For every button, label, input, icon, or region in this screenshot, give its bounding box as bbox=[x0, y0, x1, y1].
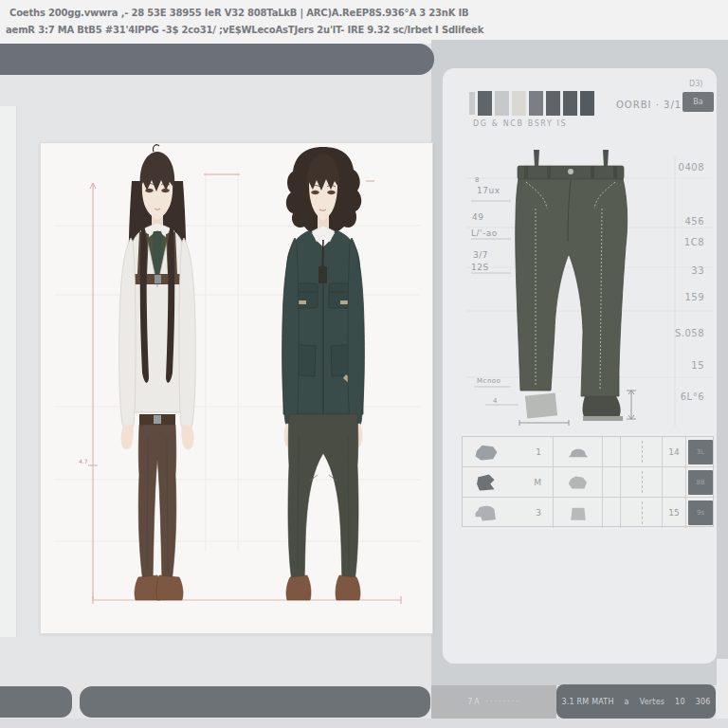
right-hand bbox=[181, 425, 193, 449]
part-thumb-cell[interactable] bbox=[554, 498, 603, 528]
pants-garment bbox=[516, 178, 628, 396]
right-sleeve bbox=[179, 238, 195, 430]
measure-label-1a: 8 bbox=[475, 176, 480, 184]
measure-value-4: 33 bbox=[661, 265, 704, 276]
chest-pocket-right bbox=[329, 283, 350, 308]
palette-caption: DG & NCB BSRY IS bbox=[473, 119, 567, 128]
harness-buckle bbox=[155, 275, 161, 283]
palette-swatch-3[interactable] bbox=[512, 91, 526, 116]
empty-cell bbox=[603, 437, 621, 467]
character-left-girl[interactable] bbox=[119, 145, 196, 600]
part-thumb-cell[interactable]: 1 bbox=[463, 437, 554, 467]
measure-value-3: 1C8 bbox=[661, 237, 704, 247]
header-text-line-1: Coeths 200gg.vwwra ,- 28 53E 38955 IeR V… bbox=[9, 6, 468, 20]
palette-swatch-7[interactable] bbox=[580, 91, 594, 116]
part-qty: 15 bbox=[668, 508, 679, 518]
panel-action-button[interactable]: Ba bbox=[682, 92, 714, 112]
part-thumb-cell[interactable]: M bbox=[463, 467, 554, 498]
belt-buckle bbox=[154, 415, 161, 424]
part-count: M bbox=[534, 478, 541, 487]
footer-toolbar-left[interactable] bbox=[0, 686, 72, 718]
part-count: 3 bbox=[536, 508, 541, 518]
footer-shade bbox=[0, 719, 728, 728]
measure-label-5: 4 bbox=[493, 397, 498, 405]
ahoge bbox=[154, 145, 159, 152]
previous-page-edge[interactable] bbox=[0, 106, 17, 637]
measure-value-7: 15 bbox=[661, 360, 704, 371]
left-hand bbox=[121, 425, 134, 449]
empty-cell bbox=[603, 498, 621, 528]
palette-swatch-4[interactable] bbox=[529, 91, 543, 116]
empty-cell bbox=[603, 467, 621, 498]
footer-status-dark[interactable]: 3.1 RM MATH a Vertes 10 306 bbox=[556, 684, 716, 719]
canvas-gridlines bbox=[54, 172, 420, 551]
pants-brown bbox=[138, 425, 176, 582]
measure-value-8: 6L°6 bbox=[661, 391, 704, 402]
part-piece-icon bbox=[566, 474, 591, 491]
doc-reference: OORBI · 3/12 bbox=[616, 100, 689, 110]
part-code-button[interactable]: 3L bbox=[688, 440, 713, 464]
measure-label-3a: 3/7 bbox=[473, 250, 488, 260]
pocket-tag-left bbox=[299, 300, 306, 304]
fabric-swatch-patch bbox=[525, 392, 557, 418]
footer-toolbar-main[interactable] bbox=[80, 686, 430, 718]
footer-status-dark-text: 3.1 RM MATH a Vertes 10 306 bbox=[561, 698, 710, 706]
part-thumb-cell[interactable] bbox=[554, 467, 603, 498]
right-boot bbox=[336, 575, 360, 600]
pendant-cord bbox=[322, 240, 323, 270]
measure-label-3b: 12S bbox=[471, 263, 489, 272]
footer-status-light-text: 7A ········ bbox=[467, 698, 519, 706]
hanger-clips bbox=[534, 150, 609, 167]
part-thumb-cell[interactable]: 3 bbox=[463, 498, 554, 528]
measure-label-4: Mcnoo bbox=[477, 377, 500, 385]
palette-swatch-0[interactable] bbox=[469, 92, 475, 115]
part-piece-icon bbox=[566, 444, 591, 461]
right-boot bbox=[156, 575, 183, 600]
top-toolbar[interactable] bbox=[0, 44, 434, 75]
divider-cell bbox=[621, 437, 663, 467]
divider-cell bbox=[621, 498, 663, 528]
measure-value-1: 0408 bbox=[661, 162, 704, 173]
measure-label-1b: 17ux bbox=[477, 186, 500, 195]
right-sleeve bbox=[348, 238, 364, 428]
palette-swatch-5[interactable] bbox=[546, 91, 560, 116]
character-sheet-drawing: 4.7 bbox=[41, 143, 432, 633]
chest-pocket-left bbox=[297, 283, 318, 308]
pocket-tag-right bbox=[340, 300, 348, 304]
part-piece-icon bbox=[472, 473, 500, 492]
part-count: 1 bbox=[536, 447, 541, 457]
part-code-button[interactable]: 88 bbox=[688, 470, 713, 495]
part-code-button[interactable]: 9s bbox=[688, 500, 713, 525]
character-right[interactable] bbox=[282, 147, 365, 600]
palette-swatches bbox=[469, 91, 594, 116]
dimension-note: 4.7 bbox=[79, 458, 88, 464]
parts-table: 1 14 3L M 88 3 15 9s bbox=[462, 436, 714, 527]
measure-value-2: 456 bbox=[661, 216, 704, 227]
part-thumb-cell[interactable] bbox=[554, 437, 603, 467]
left-sleeve bbox=[119, 238, 136, 430]
left-boot bbox=[286, 575, 311, 600]
divider-cell bbox=[621, 467, 663, 498]
part-piece-icon bbox=[472, 503, 500, 522]
waist-button bbox=[568, 169, 573, 174]
character-sheet-canvas[interactable]: 4.7 bbox=[40, 142, 433, 634]
part-qty: 14 bbox=[668, 447, 679, 457]
measure-value-6: S.058 bbox=[661, 328, 704, 338]
footer-status-light[interactable]: 7A ········ bbox=[431, 685, 556, 719]
measure-value-5: 159 bbox=[661, 292, 704, 302]
left-sleeve bbox=[282, 238, 299, 428]
part-piece-icon bbox=[566, 504, 591, 521]
palette-swatch-6[interactable] bbox=[563, 91, 577, 116]
palette-swatch-1[interactable] bbox=[478, 91, 492, 116]
header-text-line-2: aemR 3:7 MA BtB5 #31'4lPPG -3$ 2co31/ ;v… bbox=[6, 23, 483, 37]
part-piece-icon bbox=[472, 443, 500, 462]
pendant bbox=[318, 266, 327, 283]
shoe-sole bbox=[583, 416, 623, 421]
palette-swatch-2[interactable] bbox=[495, 91, 509, 116]
panel-corner-note: D3) bbox=[689, 80, 702, 88]
measure-label-2a: 49 bbox=[472, 212, 483, 222]
measure-label-2b: L/'-ao bbox=[471, 228, 498, 238]
